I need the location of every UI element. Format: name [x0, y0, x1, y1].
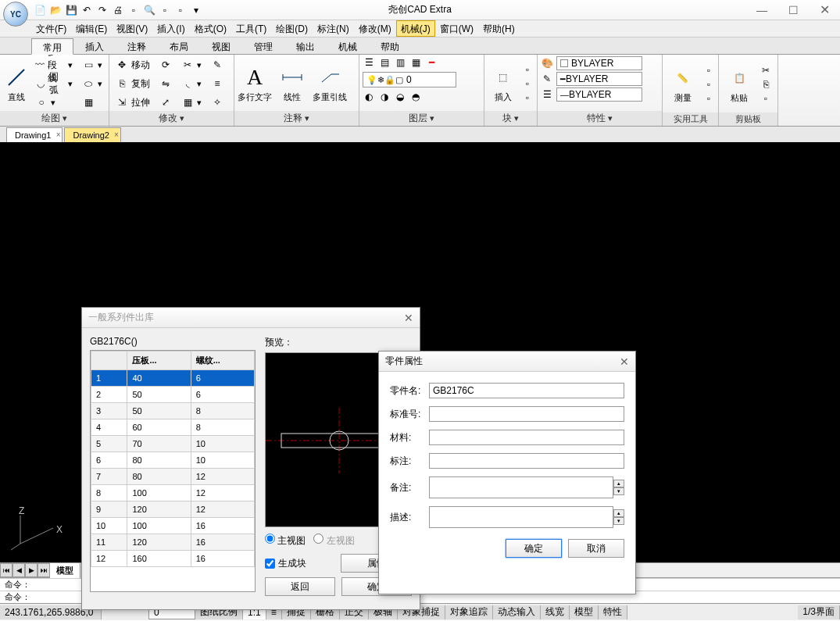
- table-row[interactable]: 2506: [91, 387, 255, 403]
- menu-item[interactable]: 工具(T): [231, 20, 271, 37]
- status-toggle[interactable]: 线宽: [541, 605, 570, 619]
- ribbon-tab[interactable]: 机械: [327, 37, 369, 54]
- table-header[interactable]: [91, 352, 127, 370]
- qat-save-icon[interactable]: 💾: [64, 3, 78, 17]
- table-row[interactable]: 68010: [91, 452, 255, 469]
- util-icon[interactable]: ▫: [702, 92, 715, 105]
- linetype-combo[interactable]: — BYLAYER: [556, 87, 642, 102]
- fillet-button[interactable]: ◟▾: [178, 75, 205, 92]
- qat-new-icon[interactable]: 📄: [33, 3, 47, 17]
- table-row[interactable]: 1216016: [91, 551, 255, 567]
- tab-close-icon[interactable]: ×: [56, 130, 61, 139]
- ribbon-tab[interactable]: 管理: [242, 37, 284, 54]
- document-tab[interactable]: Drawing2×: [64, 127, 120, 142]
- ribbon-tab[interactable]: 输出: [284, 37, 327, 54]
- app-logo[interactable]: YC: [3, 2, 28, 27]
- qat-plot-icon[interactable]: 🖨: [111, 3, 125, 17]
- note-input[interactable]: [429, 453, 624, 469]
- menu-item[interactable]: 格式(O): [190, 20, 231, 37]
- status-toggle[interactable]: 模型: [570, 605, 599, 619]
- qat-icon[interactable]: ▫: [127, 3, 141, 17]
- qat-open-icon[interactable]: 📂: [48, 3, 63, 17]
- menu-item[interactable]: 视图(V): [112, 20, 152, 37]
- drawing-canvas[interactable]: Z X 一般系列件出库 ✕ GB2176C() 压板...螺纹... 14062…: [0, 144, 840, 562]
- desc-input[interactable]: [429, 506, 613, 528]
- qat-icon[interactable]: ▫: [173, 3, 188, 17]
- menu-item[interactable]: 标注(N): [313, 20, 354, 37]
- table-row[interactable]: 57010: [91, 436, 255, 452]
- table-row[interactable]: 912012: [91, 501, 255, 518]
- block-icon[interactable]: ▫: [521, 77, 534, 90]
- mleader-button[interactable]: 多重引线: [313, 56, 347, 111]
- color-combo[interactable]: BYLAYER: [556, 56, 642, 70]
- match-icon[interactable]: ✎: [541, 73, 553, 85]
- mat-input[interactable]: [429, 430, 624, 445]
- layout-tab[interactable]: 模型: [50, 563, 80, 578]
- qat-undo-icon[interactable]: ↶: [80, 3, 94, 17]
- copy-button[interactable]: ⎘复制: [113, 75, 153, 92]
- main-view-radio[interactable]: 主视图: [265, 534, 306, 548]
- layer-icon[interactable]: ━: [425, 56, 438, 69]
- table-row[interactable]: 4608: [91, 419, 255, 436]
- util-icon[interactable]: ▫: [702, 64, 715, 77]
- menu-item[interactable]: 文件(F): [31, 20, 71, 37]
- clip-icon[interactable]: ▫: [760, 92, 772, 105]
- util-icon[interactable]: ▫: [702, 78, 715, 91]
- ribbon-tab[interactable]: 注释: [116, 37, 158, 54]
- layer-icon[interactable]: ◒: [394, 91, 406, 103]
- block-icon[interactable]: ▫: [521, 63, 534, 76]
- ribbon-tab[interactable]: 插入: [73, 37, 116, 54]
- layer-icon[interactable]: ◑: [378, 91, 391, 103]
- cancel-button[interactable]: 取消: [568, 539, 624, 558]
- draw-more[interactable]: ○ ▾: [32, 94, 76, 111]
- lineweight-combo[interactable]: ━ BYLAYER: [556, 72, 642, 86]
- layer-icon[interactable]: ▦: [409, 56, 422, 69]
- array-button[interactable]: ▦▾: [178, 94, 205, 111]
- name-input[interactable]: [429, 383, 624, 398]
- ribbon-tab[interactable]: 帮助: [369, 37, 411, 54]
- arc-button[interactable]: ◡圆弧 ▾: [32, 75, 76, 92]
- menu-item[interactable]: 编辑(E): [71, 20, 112, 37]
- menu-item[interactable]: 帮助(H): [478, 20, 520, 37]
- qat-dropdown-icon[interactable]: ▾: [189, 3, 203, 17]
- layout-nav-next[interactable]: ▶: [25, 563, 38, 577]
- tab-close-icon[interactable]: ×: [114, 130, 119, 139]
- mtext-button[interactable]: A多行文字: [238, 56, 272, 111]
- scale-button[interactable]: ⤢: [156, 94, 175, 111]
- paste-button[interactable]: 📋粘贴: [722, 57, 756, 112]
- dim-linear-button[interactable]: 线性: [275, 56, 309, 111]
- menu-item[interactable]: 绘图(D): [271, 20, 313, 37]
- list-icon[interactable]: ☰: [541, 88, 553, 101]
- layout-nav-first[interactable]: ⏮: [0, 563, 13, 577]
- ribbon-tab[interactable]: 常用: [31, 38, 73, 55]
- desc-spinner[interactable]: ▴▾: [613, 509, 624, 525]
- ok-button[interactable]: 确定: [506, 539, 562, 558]
- menu-item[interactable]: 修改(M): [354, 20, 396, 37]
- table-row[interactable]: 810012: [91, 485, 255, 501]
- color-wheel-icon[interactable]: 🎨: [541, 57, 553, 70]
- status-toggle[interactable]: 对象追踪: [445, 605, 493, 619]
- rotate-button[interactable]: ⟳: [156, 56, 175, 73]
- qat-redo-icon[interactable]: ↷: [95, 3, 109, 17]
- layer-icon[interactable]: ▥: [394, 56, 406, 69]
- cut-icon[interactable]: ✂: [760, 64, 772, 77]
- layout-nav-last[interactable]: ⏭: [38, 563, 50, 577]
- qat-icon[interactable]: ▫: [158, 3, 172, 17]
- move-button[interactable]: ✥移动: [113, 56, 153, 73]
- layer-icon[interactable]: ◐: [363, 91, 375, 103]
- measure-button[interactable]: 📏测量: [666, 57, 699, 112]
- document-tab[interactable]: Drawing1×: [6, 127, 63, 142]
- layer-combo[interactable]: 💡❄🔒▢ 0: [363, 72, 456, 87]
- dialog-title-bar[interactable]: 零件属性 ✕: [379, 352, 635, 372]
- erase-button[interactable]: ✎: [208, 56, 227, 73]
- menu-item[interactable]: 插入(I): [152, 20, 189, 37]
- back-button[interactable]: 返回: [265, 577, 335, 596]
- line-button[interactable]: 直线: [3, 56, 29, 111]
- parts-table[interactable]: 压板...螺纹... 14062506350846085701068010780…: [90, 350, 256, 592]
- stretch-button[interactable]: ⇲拉伸: [113, 94, 153, 111]
- dialog-title-bar[interactable]: 一般系列件出库 ✕: [82, 308, 420, 328]
- ellipse-button[interactable]: ⬭▾: [79, 75, 105, 92]
- table-row[interactable]: 1010016: [91, 518, 255, 534]
- remark-spinner[interactable]: ▴▾: [613, 480, 624, 495]
- status-toggle[interactable]: 特性: [599, 605, 627, 619]
